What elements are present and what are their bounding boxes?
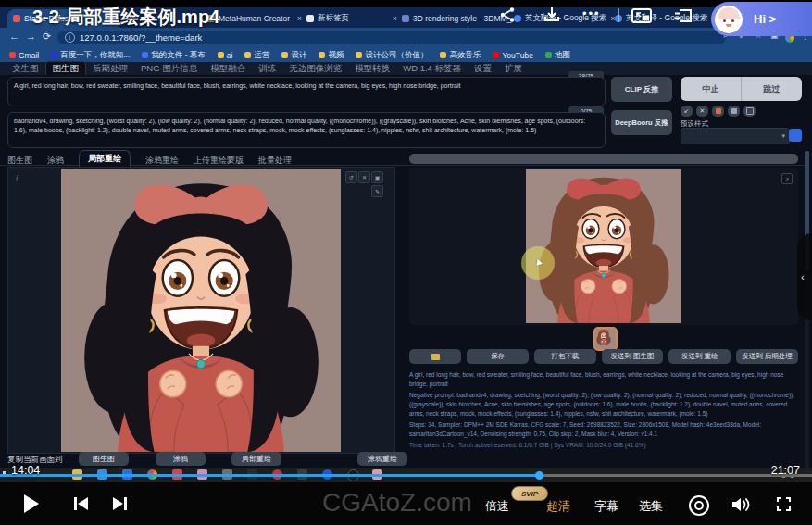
more-options-icon[interactable]: ••• [582,6,601,20]
bookmarks-bar: Gmail 百度一下，你就知... 我的文件 - 幕布 ai 运营 设计 视频 … [0,48,812,62]
info-negative: Negative prompt: badhandv4, drawing, ske… [409,391,796,419]
zip-download-button[interactable]: 打包下载 [534,349,596,364]
sd-nav-tab[interactable]: WD 1.4 标签器 [396,62,468,75]
sd-nav-tab[interactable]: 后期处理 [86,62,134,75]
extra-networks-icon[interactable] [712,106,724,117]
bookmark-item[interactable]: 设计公司（价值） [356,50,428,61]
open-folder-button[interactable] [409,349,461,364]
address-bar[interactable]: i 127.0.0.1:7860/?__theme=dark [57,31,726,44]
fullscreen-icon[interactable] [777,497,791,511]
side-drawer-handle[interactable]: ‹ [797,233,812,320]
site-info-icon[interactable]: i [65,32,75,43]
img2img-mode-tabs: 图生图 涂鸦 局部重绘 涂鸦重绘 上传重绘蒙版 批量处理 [7,150,292,167]
send-to-inpaint-button[interactable]: 发送到 重绘 [668,349,731,364]
bookmark-item[interactable]: 运营 [244,50,269,61]
bookmark-item[interactable]: ai [218,51,233,60]
sd-nav-tab[interactable]: 文生图 [6,62,45,75]
bookmark-item[interactable]: 视频 [319,50,344,61]
skip-button[interactable]: 跳过 [742,83,802,95]
save-style-icon[interactable] [743,106,756,117]
record-inner-icon [694,501,704,510]
paste-params-icon[interactable]: ↙ [681,106,693,117]
sd-nav-tab[interactable]: PNG 图片信息 [134,62,204,75]
bookmark-item[interactable]: 地图 [545,50,570,61]
progress-thumb[interactable] [535,471,543,480]
save-button[interactable]: 保存 [467,349,529,364]
assistant-hi-label: Hi > [754,12,776,26]
speed-button[interactable]: 倍速 [485,498,509,515]
prev-icon [74,497,77,510]
pip-icon[interactable] [631,8,652,23]
assistant-pill[interactable]: Hi > [711,2,812,36]
inpaint-canvas-panel[interactable]: i ↺ ✕ ▣ ✎ [7,167,395,454]
info-time: Time taken: 1.7s | Torch active/reserved… [409,441,796,450]
copy-to-inpaint-sketch-button[interactable]: 涂鸦重绘 [357,452,407,466]
sd-nav-tab[interactable]: 模型转换 [348,62,396,75]
tab-favicon [306,15,314,22]
video-player: Stable Diffusion × MetaHuman Creator × 新… [0,0,812,525]
negative-prompt-textarea[interactable]: badhandv4, drawing, sketching, (worst qu… [7,112,606,148]
bookmark-item[interactable]: YouTube [493,51,532,60]
cast-plug-icon[interactable] [674,8,693,23]
clear-prompt-icon[interactable]: ✕ [696,106,708,117]
browser-tab-google-2[interactable]: 英文翻译 - Google 搜索 × [609,9,722,28]
copy-to-inpaint-button[interactable]: 局部重绘 [231,452,281,466]
send-to-extras-button[interactable]: 发送到 后期处理 [736,349,798,364]
reload-icon[interactable]: ⟳ [43,31,51,43]
bookmark-item[interactable]: 高效音乐 [440,50,481,61]
forward-icon[interactable]: → [26,31,36,42]
deepbooru-interrogate-button[interactable]: DeepBooru 反推 [611,110,672,135]
expand-icon[interactable]: ↗ [781,173,793,184]
copy-to-img2img-button[interactable]: 图生图 [79,452,129,466]
tab-batch[interactable]: 批量处理 [258,155,292,167]
tab-inpaint-sketch[interactable]: 涂鸦重绘 [145,155,179,167]
apply-style-icon[interactable] [728,106,740,117]
sd-nav-tab[interactable]: 扩展 [498,62,529,75]
play-button[interactable] [24,494,39,513]
download-icon[interactable] [543,6,560,23]
styles-dropdown[interactable]: ▾ [681,128,790,144]
canvas-info-icon[interactable]: i [16,174,18,182]
sd-nav-tab[interactable]: 设置 [468,62,498,75]
tab-sketch[interactable]: 涂鸦 [47,155,64,167]
tab-inpaint-active[interactable]: 局部重绘 [79,150,131,168]
volume-icon[interactable] [731,497,752,512]
browser-tab-3d-rendering[interactable]: 3D rendering style - 3DMM_ × [396,9,515,28]
remove-image-icon[interactable]: ▣ [371,171,383,183]
browser-tab-newtab[interactable]: 新标签页 × [301,9,403,28]
sd-nav-tab-active[interactable]: 图生图 [45,61,87,75]
tab-inpaint-upload[interactable]: 上传重绘蒙版 [194,155,244,167]
tab-img2img[interactable]: 图生图 [7,155,32,167]
gallery-actions: 保存 打包下载 发送到 图生图 发送到 重绘 发送到 后期处理 [409,349,798,364]
subtitle-button[interactable]: 字幕 [594,498,618,515]
eraser-icon[interactable]: ✕ [358,171,370,183]
gallery-thumbnail-selected[interactable] [593,327,618,351]
back-icon[interactable]: ← [9,31,19,42]
bookmark-favicon [9,52,16,58]
positive-prompt-textarea[interactable]: A girl, red long hair, bow, red sweater,… [7,77,606,106]
svip-badge: SVIP [511,486,548,501]
sd-nav-tab[interactable]: 训练 [252,62,282,75]
share-icon[interactable] [499,6,516,23]
bookmark-favicon [545,52,552,58]
brush-size-icon[interactable]: ✎ [371,185,383,197]
clip-interrogate-button[interactable]: CLIP 反推 [611,77,672,102]
quality-button[interactable]: 超清 [546,498,570,515]
result-gallery[interactable]: ↗ ▲ [409,168,798,325]
next-episode-button[interactable] [113,497,127,510]
undo-icon[interactable]: ↺ [345,171,357,183]
bookmark-item[interactable]: Gmail [9,51,39,60]
screenshot-record-icon[interactable] [689,495,709,516]
sd-nav-tab[interactable]: 无边图像浏览 [282,62,348,75]
refresh-styles-button[interactable] [789,129,802,142]
copy-to-sketch-button[interactable]: 涂鸦 [156,452,206,466]
sd-nav-tab[interactable]: 模型融合 [204,62,252,75]
video-progress-track[interactable] [0,474,812,477]
bookmark-item[interactable]: 设计 [281,50,306,61]
episodes-button[interactable]: 选集 [639,498,663,515]
bookmark-item[interactable]: 我的文件 - 幕布 [142,50,206,61]
send-to-img2img-button[interactable]: 发送到 图生图 [602,349,664,364]
interrupt-button[interactable]: 中止 [681,83,741,95]
bookmark-item[interactable]: 百度一下，你就知... [51,50,130,61]
previous-episode-button[interactable] [74,497,88,510]
